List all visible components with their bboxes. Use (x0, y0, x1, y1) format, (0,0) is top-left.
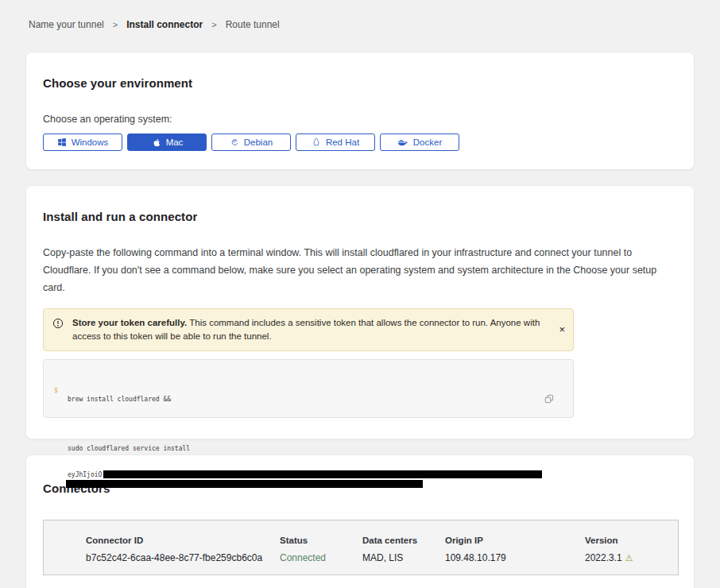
shell-prompt: $ (54, 387, 58, 396)
breadcrumb: Name your tunnel > Install connector > R… (0, 0, 720, 30)
install-card-title: Install and run a connector (43, 210, 677, 223)
os-button-label: Debian (244, 137, 273, 147)
data-centers-value: MAD, LIS (362, 552, 445, 563)
os-button-label: Windows (72, 137, 109, 147)
code-line-brew: brew install cloudflared && (68, 396, 573, 404)
os-select-label: Choose an operating system: (43, 114, 677, 125)
breadcrumb-route-tunnel[interactable]: Route tunnel (226, 19, 280, 30)
os-button-group: Windows Mac Debian Red Hat Docker (43, 133, 677, 151)
code-line-sudo: sudo cloudflared service install (68, 445, 573, 454)
warning-triangle-icon: ⚠ (625, 553, 633, 563)
token-redaction-bar (66, 480, 423, 488)
version-value: 2022.3.1⚠ (585, 552, 678, 563)
col-header-data-centers: Data centers (362, 536, 445, 545)
environment-card: Choose your environment Choose an operat… (25, 52, 695, 170)
apple-logo-icon (151, 137, 161, 148)
environment-card-title: Choose your environment (43, 76, 677, 90)
breadcrumb-install-connector[interactable]: Install connector (126, 19, 203, 30)
code-line-token: eyJhIjoiO (68, 470, 573, 488)
code-line-blank (68, 420, 573, 428)
connector-id-value: b7c52c42-6caa-48ee-8c77-fbe259cb6c0a (86, 552, 280, 563)
status-badge: Connected (280, 552, 362, 563)
breadcrumb-name-your-tunnel[interactable]: Name your tunnel (29, 19, 104, 30)
os-button-windows[interactable]: Windows (43, 133, 122, 151)
os-button-label: Red Hat (326, 137, 359, 147)
copy-icon[interactable] (526, 381, 554, 419)
docker-whale-icon (397, 137, 408, 147)
origin-ip-value: 109.48.10.179 (445, 552, 585, 563)
token-warning-banner: Store your token carefully. This command… (43, 308, 574, 351)
col-header-connector-id: Connector ID (86, 536, 280, 545)
os-button-debian[interactable]: Debian (211, 133, 291, 151)
breadcrumb-separator: > (211, 20, 216, 29)
table-header-row: Connector ID Status Data centers Origin … (86, 536, 678, 545)
os-button-label: Mac (166, 137, 184, 147)
breadcrumb-separator: > (113, 20, 118, 29)
connectors-table: Connector ID Status Data centers Origin … (43, 520, 679, 575)
debian-swirl-icon (230, 137, 239, 147)
install-command-code-block[interactable]: $ brew install cloudflared && sudo cloud… (43, 359, 574, 418)
os-button-docker[interactable]: Docker (380, 133, 459, 151)
windows-logo-icon (57, 137, 67, 147)
os-button-red-hat[interactable]: Red Hat (296, 133, 375, 151)
col-header-origin-ip: Origin IP (445, 536, 585, 545)
token-redaction-bar (103, 470, 542, 478)
alert-circle-icon (52, 318, 64, 333)
install-connector-card: Install and run a connector Copy-paste t… (25, 185, 695, 439)
os-button-label: Docker (413, 137, 442, 147)
close-icon[interactable]: × (559, 324, 565, 335)
warning-title: Store your token carefully. (72, 318, 187, 327)
os-button-mac[interactable]: Mac (127, 133, 207, 151)
install-description: Copy-paste the following command into a … (43, 244, 675, 296)
table-row: b7c52c42-6caa-48ee-8c77-fbe259cb6c0a Con… (86, 552, 678, 563)
linux-penguin-icon (312, 137, 321, 147)
col-header-version: Version (585, 536, 678, 545)
col-header-status: Status (280, 536, 362, 545)
